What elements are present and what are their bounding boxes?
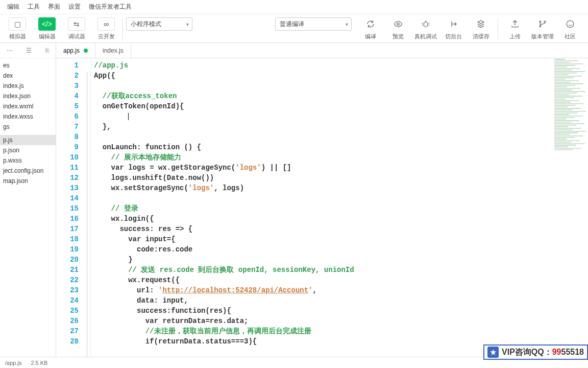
editor-tabs: app.jsindex.js [56, 43, 588, 58]
background-button[interactable]: 切后台 [439, 17, 467, 40]
smile-icon [566, 17, 575, 31]
cloud-button-icon: ∞ [97, 17, 115, 31]
editor-button-icon: </> [38, 17, 56, 31]
main-area: ⋯ ☰ ⎘ esdexindex.jsindex.jsonindex.wxmli… [0, 43, 588, 357]
modified-icon [84, 49, 88, 53]
code-editor[interactable]: 1234567891011121314151617181920212223242… [56, 58, 588, 357]
version-button[interactable]: 版本管理 [529, 17, 556, 40]
svg-point-4 [544, 21, 546, 22]
file-item[interactable]: index.json [0, 91, 56, 101]
sidebar-header: ⋯ ☰ ⎘ [0, 43, 56, 58]
fold-bar [84, 58, 91, 357]
simulator-button[interactable]: ▢模拟器 [4, 17, 31, 40]
more-icon[interactable]: ⋯ [7, 47, 13, 54]
file-explorer: ⋯ ☰ ⎘ esdexindex.jsindex.jsonindex.wxmli… [0, 43, 56, 357]
compile-select[interactable]: 普通编译 [275, 17, 352, 31]
status-size: 2.5 KB [31, 360, 47, 366]
debugger-button-icon: ⇆ [68, 17, 85, 31]
debugger-button[interactable]: ⇆调试器 [63, 17, 90, 40]
file-item[interactable]: index.wxss [0, 111, 56, 122]
stack-icon [476, 17, 485, 31]
file-item[interactable]: index.js [0, 81, 56, 91]
file-item[interactable]: dex [0, 71, 56, 81]
file-item[interactable]: p.json [0, 145, 56, 155]
file-item[interactable]: map.json [0, 176, 56, 186]
file-item[interactable]: p.wxss [0, 155, 56, 166]
star-icon: ★ [487, 347, 499, 358]
eye-icon [394, 17, 403, 31]
back-icon [449, 17, 458, 31]
toolbar: ▢模拟器</>编辑器⇆调试器∞云开发 小程序模式 普通编译 编译预览真机调试切后… [0, 14, 588, 43]
svg-rect-1 [424, 22, 428, 27]
collapse-icon[interactable]: ⎘ [45, 47, 49, 54]
upload-button[interactable]: 上传 [501, 17, 529, 40]
clear-cache-button[interactable]: 清缓存 [467, 17, 495, 40]
editor-button[interactable]: </>编辑器 [34, 17, 60, 40]
svg-point-0 [397, 23, 400, 26]
file-item[interactable]: p.js [0, 135, 56, 145]
svg-point-2 [540, 21, 541, 22]
menu-item[interactable]: 界面 [44, 1, 64, 13]
outline-icon[interactable]: ☰ [26, 47, 32, 54]
simulator-button-icon: ▢ [9, 17, 26, 31]
file-item[interactable]: es [0, 60, 56, 71]
community-button[interactable]: 社区 [556, 17, 584, 40]
compile-button[interactable]: 编译 [357, 17, 384, 40]
refresh-icon [366, 17, 375, 31]
menu-item[interactable]: 工具 [23, 1, 44, 13]
mode-select[interactable]: 小程序模式 [126, 17, 192, 31]
file-item[interactable]: gs [0, 122, 56, 132]
line-gutter: 1234567891011121314151617181920212223242… [56, 58, 84, 357]
branch-icon [538, 17, 547, 31]
menubar: 编辑工具界面设置微信开发者工具 [0, 0, 588, 14]
watermark: ★ VIP咨询QQ：9955518 [483, 344, 588, 360]
menu-item[interactable]: 微信开发者工具 [85, 1, 136, 13]
svg-point-3 [540, 26, 541, 27]
editor-tab[interactable]: index.js [95, 43, 131, 58]
status-path: /app.js [5, 360, 21, 366]
preview-button[interactable]: 预览 [384, 17, 412, 40]
editor-tab[interactable]: app.js [56, 43, 95, 58]
svg-point-5 [567, 20, 574, 28]
cloud-button[interactable]: ∞云开发 [93, 17, 119, 40]
menu-item[interactable]: 设置 [64, 1, 85, 13]
remote-debug-button[interactable]: 真机调试 [412, 17, 439, 40]
minimap[interactable] [552, 58, 588, 357]
upload-icon [510, 17, 520, 31]
editor-area: app.jsindex.js 1234567891011121314151617… [56, 43, 588, 357]
menu-item[interactable]: 编辑 [3, 1, 23, 13]
file-item[interactable]: ject.config.json [0, 166, 56, 176]
bug-icon [421, 17, 430, 31]
file-item[interactable]: index.wxml [0, 101, 56, 111]
